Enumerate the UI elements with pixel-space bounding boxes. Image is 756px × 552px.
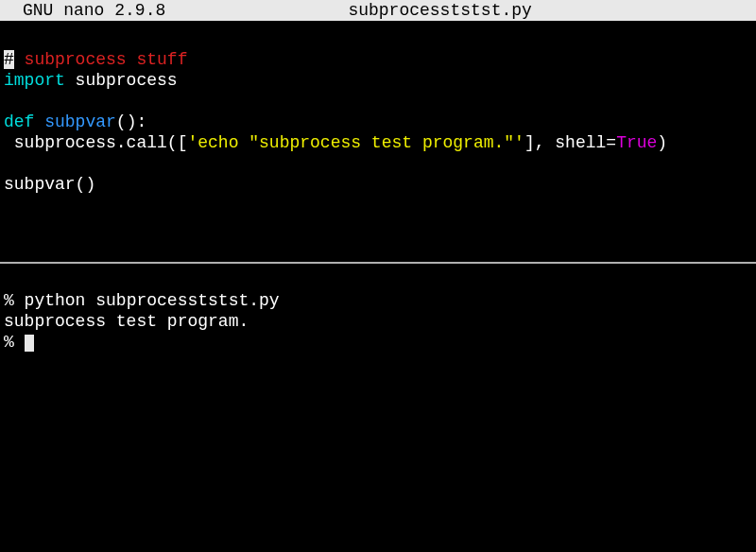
shell-prompt: %: [4, 291, 25, 310]
call-mid: ], shell=: [524, 133, 616, 152]
shell-prompt-2: %: [4, 333, 25, 352]
nano-titlebar: GNU nano 2.9.8 subprocesststst.py: [0, 0, 756, 21]
cursor-icon: [25, 335, 34, 352]
call-prefix: subprocess.call([: [4, 133, 187, 152]
call-end: ): [657, 133, 667, 152]
paren-colon: ():: [116, 112, 146, 131]
nano-app-name: GNU nano: [23, 1, 104, 20]
shell-output: subprocess test program.: [4, 312, 249, 331]
nano-filename: subprocesststst.py: [128, 0, 752, 21]
keyword-def: def: [4, 112, 44, 131]
bool-true: True: [616, 133, 657, 152]
terminal-pane[interactable]: % python subprocesststst.py subprocess t…: [0, 264, 756, 538]
shell-command: python subprocesststst.py: [25, 291, 280, 310]
function-call: subpvar(): [4, 175, 95, 194]
comment-text: subprocess stuff: [14, 50, 188, 69]
editor-pane[interactable]: # subprocess stuff import subprocess def…: [0, 21, 756, 262]
comment-hash: #: [4, 50, 14, 69]
module-name: subprocess: [65, 71, 178, 90]
function-name: subpvar: [44, 112, 116, 131]
keyword-import: import: [4, 71, 65, 90]
string-literal: 'echo "subprocess test program."': [187, 133, 524, 152]
